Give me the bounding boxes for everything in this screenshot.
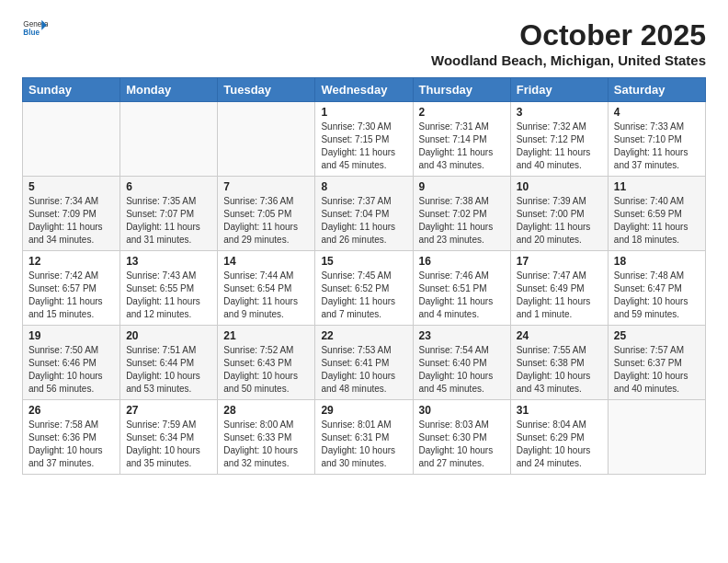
weekday-header: Monday	[120, 78, 218, 102]
day-number: 15	[321, 255, 406, 268]
calendar-cell: 30Sunrise: 8:03 AM Sunset: 6:30 PM Dayli…	[413, 400, 510, 475]
calendar-week-row: 1Sunrise: 7:30 AM Sunset: 7:15 PM Daylig…	[23, 102, 706, 177]
calendar-week-row: 26Sunrise: 7:58 AM Sunset: 6:36 PM Dayli…	[23, 400, 706, 475]
cell-content: Sunrise: 7:43 AM Sunset: 6:55 PM Dayligh…	[126, 270, 211, 321]
calendar-cell: 24Sunrise: 7:55 AM Sunset: 6:38 PM Dayli…	[510, 326, 608, 400]
day-number: 9	[419, 180, 505, 193]
day-number: 5	[28, 180, 114, 193]
day-number: 2	[419, 106, 505, 119]
day-number: 10	[517, 180, 602, 193]
cell-content: Sunrise: 7:30 AM Sunset: 7:15 PM Dayligh…	[321, 121, 406, 172]
day-number: 29	[321, 404, 406, 417]
weekday-header: Wednesday	[315, 78, 413, 102]
cell-content: Sunrise: 8:01 AM Sunset: 6:31 PM Dayligh…	[321, 419, 406, 470]
day-number: 22	[321, 329, 406, 342]
cell-content: Sunrise: 7:36 AM Sunset: 7:05 PM Dayligh…	[223, 195, 309, 247]
cell-content: Sunrise: 7:34 AM Sunset: 7:09 PM Dayligh…	[28, 195, 114, 247]
day-number: 28	[223, 404, 309, 417]
calendar-cell: 20Sunrise: 7:51 AM Sunset: 6:44 PM Dayli…	[120, 326, 218, 400]
cell-content: Sunrise: 7:37 AM Sunset: 7:04 PM Dayligh…	[321, 195, 406, 247]
weekday-header: Saturday	[608, 78, 705, 102]
cell-content: Sunrise: 7:58 AM Sunset: 6:36 PM Dayligh…	[28, 419, 114, 470]
cell-content: Sunrise: 7:57 AM Sunset: 6:37 PM Dayligh…	[614, 344, 700, 396]
calendar-cell: 21Sunrise: 7:52 AM Sunset: 6:43 PM Dayli…	[218, 326, 315, 400]
cell-content: Sunrise: 7:51 AM Sunset: 6:44 PM Dayligh…	[126, 344, 211, 396]
svg-text:Blue: Blue	[23, 29, 40, 37]
day-number: 25	[614, 329, 700, 342]
day-number: 11	[614, 180, 700, 193]
calendar-cell	[120, 102, 218, 177]
day-number: 26	[28, 404, 114, 417]
day-number: 13	[126, 255, 211, 268]
cell-content: Sunrise: 7:31 AM Sunset: 7:14 PM Dayligh…	[419, 121, 505, 172]
day-number: 12	[28, 255, 114, 268]
day-number: 17	[517, 255, 602, 268]
cell-content: Sunrise: 7:44 AM Sunset: 6:54 PM Dayligh…	[223, 270, 309, 321]
day-number: 19	[28, 329, 114, 342]
calendar-cell: 9Sunrise: 7:38 AM Sunset: 7:02 PM Daylig…	[413, 177, 510, 251]
day-number: 16	[419, 255, 505, 268]
cell-content: Sunrise: 7:35 AM Sunset: 7:07 PM Dayligh…	[126, 195, 211, 247]
day-number: 7	[223, 180, 309, 193]
cell-content: Sunrise: 7:45 AM Sunset: 6:52 PM Dayligh…	[321, 270, 406, 321]
calendar-cell: 28Sunrise: 8:00 AM Sunset: 6:33 PM Dayli…	[218, 400, 315, 475]
calendar-header-row: SundayMondayTuesdayWednesdayThursdayFrid…	[23, 78, 706, 102]
calendar-cell: 19Sunrise: 7:50 AM Sunset: 6:46 PM Dayli…	[23, 326, 120, 400]
weekday-header: Tuesday	[218, 78, 315, 102]
calendar-cell: 26Sunrise: 7:58 AM Sunset: 6:36 PM Dayli…	[23, 400, 120, 475]
calendar-cell: 1Sunrise: 7:30 AM Sunset: 7:15 PM Daylig…	[315, 102, 413, 177]
calendar-cell	[608, 400, 705, 475]
day-number: 31	[517, 404, 602, 417]
calendar-cell: 18Sunrise: 7:48 AM Sunset: 6:47 PM Dayli…	[608, 251, 705, 326]
cell-content: Sunrise: 7:59 AM Sunset: 6:34 PM Dayligh…	[126, 419, 211, 470]
cell-content: Sunrise: 7:48 AM Sunset: 6:47 PM Dayligh…	[614, 270, 700, 321]
cell-content: Sunrise: 7:33 AM Sunset: 7:10 PM Dayligh…	[614, 121, 700, 172]
calendar-cell	[218, 102, 315, 177]
calendar-cell: 29Sunrise: 8:01 AM Sunset: 6:31 PM Dayli…	[315, 400, 413, 475]
day-number: 8	[321, 180, 406, 193]
day-number: 6	[126, 180, 211, 193]
calendar-cell: 17Sunrise: 7:47 AM Sunset: 6:49 PM Dayli…	[510, 251, 608, 326]
calendar-cell	[23, 102, 120, 177]
calendar-cell: 10Sunrise: 7:39 AM Sunset: 7:00 PM Dayli…	[510, 177, 608, 251]
calendar-cell: 27Sunrise: 7:59 AM Sunset: 6:34 PM Dayli…	[120, 400, 218, 475]
cell-content: Sunrise: 7:42 AM Sunset: 6:57 PM Dayligh…	[28, 270, 114, 321]
calendar-cell: 12Sunrise: 7:42 AM Sunset: 6:57 PM Dayli…	[23, 251, 120, 326]
logo: General Blue	[22, 18, 48, 37]
cell-content: Sunrise: 7:39 AM Sunset: 7:00 PM Dayligh…	[517, 195, 602, 247]
day-number: 18	[614, 255, 700, 268]
day-number: 27	[126, 404, 211, 417]
day-number: 3	[517, 106, 602, 119]
logo-icon: General Blue	[22, 18, 48, 37]
calendar-cell: 4Sunrise: 7:33 AM Sunset: 7:10 PM Daylig…	[608, 102, 705, 177]
page-header: General Blue October 2025 Woodland Beach…	[22, 18, 706, 68]
calendar-cell: 7Sunrise: 7:36 AM Sunset: 7:05 PM Daylig…	[218, 177, 315, 251]
cell-content: Sunrise: 8:04 AM Sunset: 6:29 PM Dayligh…	[517, 419, 602, 470]
cell-content: Sunrise: 7:52 AM Sunset: 6:43 PM Dayligh…	[223, 344, 309, 396]
calendar-table: SundayMondayTuesdayWednesdayThursdayFrid…	[22, 77, 706, 475]
cell-content: Sunrise: 7:32 AM Sunset: 7:12 PM Dayligh…	[517, 121, 602, 172]
cell-content: Sunrise: 8:03 AM Sunset: 6:30 PM Dayligh…	[419, 419, 505, 470]
cell-content: Sunrise: 7:47 AM Sunset: 6:49 PM Dayligh…	[517, 270, 602, 321]
location: Woodland Beach, Michigan, United States	[431, 52, 706, 68]
calendar-week-row: 5Sunrise: 7:34 AM Sunset: 7:09 PM Daylig…	[23, 177, 706, 251]
day-number: 20	[126, 329, 211, 342]
calendar-cell: 8Sunrise: 7:37 AM Sunset: 7:04 PM Daylig…	[315, 177, 413, 251]
calendar-week-row: 12Sunrise: 7:42 AM Sunset: 6:57 PM Dayli…	[23, 251, 706, 326]
calendar-cell: 23Sunrise: 7:54 AM Sunset: 6:40 PM Dayli…	[413, 326, 510, 400]
weekday-header: Sunday	[23, 78, 120, 102]
calendar-cell: 6Sunrise: 7:35 AM Sunset: 7:07 PM Daylig…	[120, 177, 218, 251]
calendar-cell: 25Sunrise: 7:57 AM Sunset: 6:37 PM Dayli…	[608, 326, 705, 400]
cell-content: Sunrise: 7:38 AM Sunset: 7:02 PM Dayligh…	[419, 195, 505, 247]
calendar-cell: 5Sunrise: 7:34 AM Sunset: 7:09 PM Daylig…	[23, 177, 120, 251]
day-number: 14	[223, 255, 309, 268]
calendar-cell: 13Sunrise: 7:43 AM Sunset: 6:55 PM Dayli…	[120, 251, 218, 326]
calendar-cell: 11Sunrise: 7:40 AM Sunset: 6:59 PM Dayli…	[608, 177, 705, 251]
calendar-cell: 31Sunrise: 8:04 AM Sunset: 6:29 PM Dayli…	[510, 400, 608, 475]
calendar-cell: 16Sunrise: 7:46 AM Sunset: 6:51 PM Dayli…	[413, 251, 510, 326]
calendar-cell: 3Sunrise: 7:32 AM Sunset: 7:12 PM Daylig…	[510, 102, 608, 177]
day-number: 21	[223, 329, 309, 342]
cell-content: Sunrise: 7:50 AM Sunset: 6:46 PM Dayligh…	[28, 344, 114, 396]
day-number: 4	[614, 106, 700, 119]
cell-content: Sunrise: 7:54 AM Sunset: 6:40 PM Dayligh…	[419, 344, 505, 396]
